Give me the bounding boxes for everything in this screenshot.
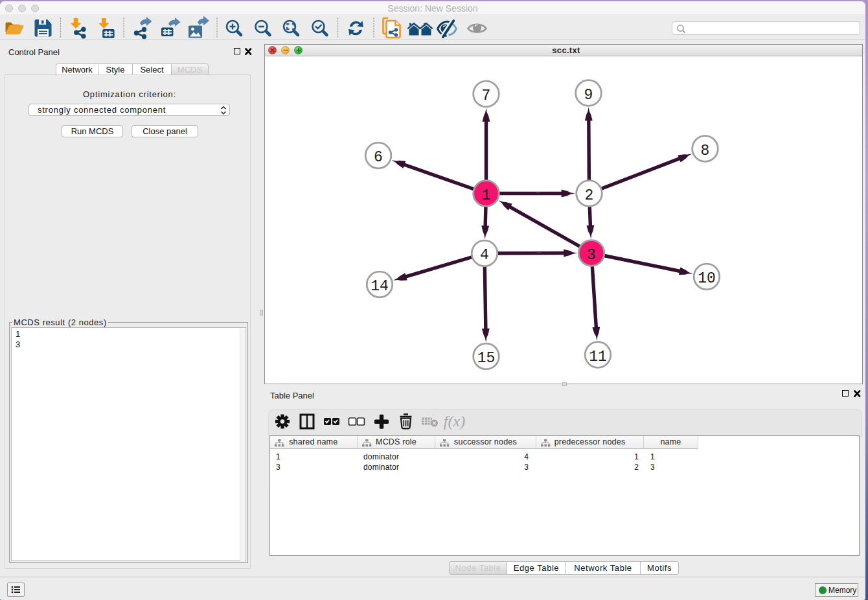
svg-text:1: 1: [482, 187, 491, 204]
svg-text:15: 15: [477, 350, 496, 367]
svg-text:11: 11: [589, 349, 607, 365]
svg-text:4: 4: [480, 247, 489, 264]
svg-text:3: 3: [587, 247, 596, 264]
svg-text:7: 7: [482, 87, 491, 104]
svg-text:6: 6: [374, 149, 383, 166]
svg-text:2: 2: [585, 187, 594, 204]
svg-text:10: 10: [698, 270, 716, 287]
svg-text:14: 14: [371, 278, 389, 295]
svg-text:8: 8: [701, 143, 710, 159]
svg-text:f(x): f(x): [443, 413, 464, 430]
svg-text:Memory: Memory: [828, 586, 856, 595]
svg-text:9: 9: [584, 87, 593, 104]
